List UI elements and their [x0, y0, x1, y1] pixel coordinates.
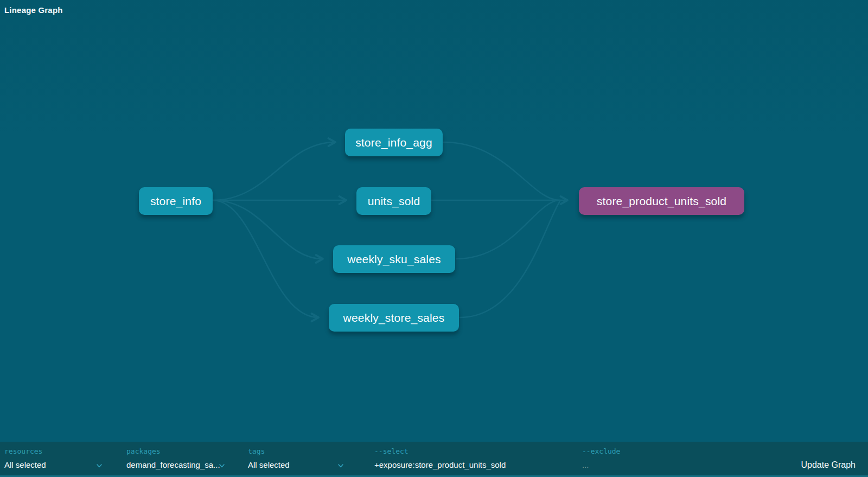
graph-filter-toolbar: resources All selected packages demand_f…	[0, 442, 868, 477]
exclude-label: --exclude	[582, 447, 620, 455]
resources-label: resources	[4, 447, 42, 455]
node-store-info[interactable]: store_info	[139, 187, 213, 215]
resources-select[interactable]: resources All selected	[4, 442, 105, 475]
node-store-info-agg[interactable]: store_info_agg	[345, 129, 443, 156]
chevron-down-icon[interactable]	[337, 462, 344, 469]
edge-weekly-sku-sales-to-exposure	[456, 200, 560, 259]
packages-value[interactable]: demand_forecasting_sa...	[126, 460, 220, 469]
tags-label: tags	[248, 447, 265, 455]
node-units-sold[interactable]: units_sold	[356, 187, 431, 215]
edge-store-info-to-store-info-agg	[213, 142, 335, 200]
edge-store-info-to-weekly-store-sales	[213, 200, 318, 317]
tags-value[interactable]: All selected	[248, 460, 290, 469]
packages-select[interactable]: packages demand_forecasting_sa...	[126, 442, 226, 475]
chevron-down-icon[interactable]	[218, 462, 226, 469]
lineage-canvas[interactable]: Lineage Graph store_info store_info_agg …	[0, 0, 868, 442]
edge-store-info-to-weekly-sku-sales	[213, 200, 323, 259]
select-input-field[interactable]: --select +exposure:store_product_units_s…	[374, 442, 553, 475]
resources-value[interactable]: All selected	[4, 460, 46, 469]
node-weekly-sku-sales[interactable]: weekly_sku_sales	[333, 245, 455, 273]
lineage-edges	[0, 0, 868, 442]
edge-store-info-agg-to-exposure	[444, 142, 560, 200]
node-store-product-units-sold[interactable]: store_product_units_sold	[579, 187, 744, 215]
chevron-down-icon[interactable]	[95, 462, 103, 469]
tags-select[interactable]: tags All selected	[248, 442, 346, 475]
select-label: --select	[374, 447, 409, 455]
page-title: Lineage Graph	[4, 5, 63, 15]
edge-weekly-store-sales-to-exposure	[460, 201, 560, 317]
select-input[interactable]: +exposure:store_product_units_sold	[374, 460, 506, 469]
update-graph-button[interactable]: Update Graph	[801, 460, 856, 470]
packages-label: packages	[126, 447, 161, 455]
node-weekly-store-sales[interactable]: weekly_store_sales	[329, 304, 459, 332]
exclude-input-field[interactable]: --exclude ...	[582, 442, 691, 475]
exclude-input[interactable]: ...	[582, 460, 589, 469]
